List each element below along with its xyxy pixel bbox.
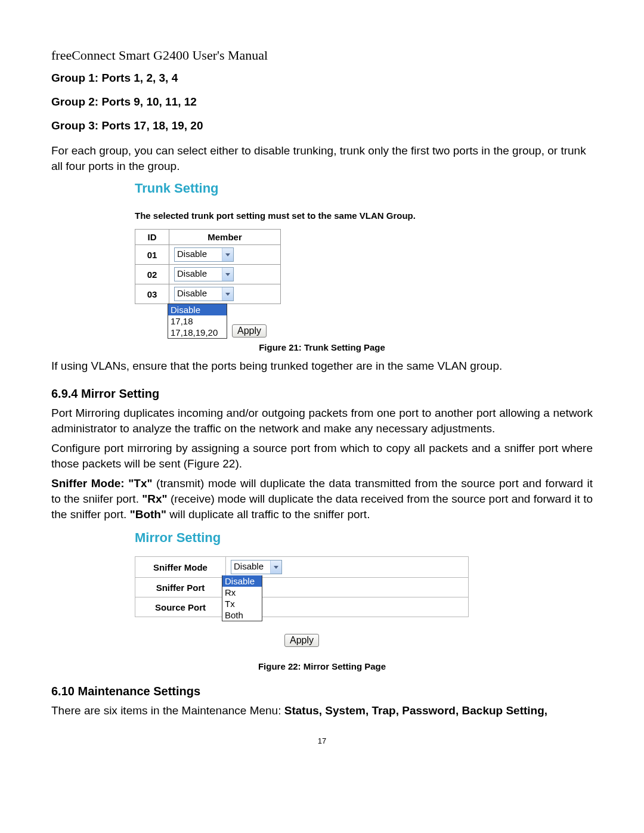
- select-value: Disable: [175, 287, 222, 301]
- vlan-note-paragraph: If using VLANs, ensure that the ports be…: [51, 358, 593, 374]
- group-2-line: Group 2: Ports 9, 10, 11, 12: [51, 95, 593, 109]
- sniffer-mode-label: Sniffer Mode: [135, 557, 226, 578]
- group-1-line: Group 1: Ports 1, 2, 3, 4: [51, 72, 593, 85]
- trunk-member-select-02[interactable]: Disable: [174, 267, 234, 281]
- mirror-setting-figure: Mirror Setting Sniffer Mode Disable Snif…: [135, 530, 593, 647]
- mirror-paragraph-2: Configure port mirroring by assigning a …: [51, 441, 593, 471]
- mirror-paragraph-1: Port Mirroring duplicates incoming and/o…: [51, 405, 593, 436]
- trunk-th-id: ID: [135, 230, 169, 245]
- select-option-both[interactable]: Both: [222, 609, 262, 621]
- maintenance-settings-heading: 6.10 Maintenance Settings: [51, 685, 593, 698]
- mirror-apply-button[interactable]: Apply: [284, 634, 319, 647]
- trunk-setting-note: The selected trunk port setting must set…: [135, 210, 593, 221]
- mirror-setting-title: Mirror Setting: [135, 530, 593, 546]
- text-span: There are six items in the Maintenance M…: [51, 704, 284, 717]
- trunk-intro-paragraph: For each group, you can select either to…: [51, 143, 593, 174]
- select-value: Disable: [231, 561, 270, 574]
- trunk-apply-button[interactable]: Apply: [232, 324, 267, 337]
- trunk-member-select-03[interactable]: Disable: [174, 287, 234, 301]
- sniffer-port-label: Sniffer Port: [135, 578, 226, 597]
- page-header: freeConnect Smart G2400 User's Manual: [51, 48, 593, 63]
- table-row: Source Port: [135, 597, 469, 617]
- trunk-row-id: 01: [135, 245, 169, 265]
- select-value: Disable: [175, 268, 222, 281]
- select-option-tx[interactable]: Tx: [222, 598, 262, 609]
- table-row: 01 Disable: [135, 245, 281, 265]
- maintenance-items-bold: Status, System, Trap, Password, Backup S…: [284, 704, 547, 717]
- trunk-setting-title: Trunk Setting: [135, 181, 593, 196]
- select-option-disable[interactable]: Disable: [168, 304, 227, 315]
- sniffer-mode-select[interactable]: Disable: [231, 560, 282, 574]
- chevron-down-icon: [222, 248, 233, 261]
- chevron-down-icon: [222, 268, 233, 281]
- chevron-down-icon: [270, 561, 281, 574]
- select-option-rx[interactable]: Rx: [222, 587, 262, 598]
- rx-label: "Rx": [142, 493, 167, 505]
- select-option-17-18[interactable]: 17,18: [168, 315, 227, 327]
- trunk-setting-figure: Trunk Setting The selected trunk port se…: [135, 181, 593, 339]
- sniffer-mode-select-options[interactable]: Disable Rx Tx Both: [222, 575, 262, 621]
- trunk-th-member: Member: [169, 230, 281, 245]
- trunk-table: ID Member 01 Disable 02 Disable: [135, 229, 281, 304]
- chevron-down-icon: [222, 287, 233, 301]
- text-span: will duplicate all traffic to the sniffe…: [166, 508, 370, 521]
- both-label: "Both": [130, 508, 166, 521]
- figure-22-caption: Figure 22: Mirror Setting Page: [51, 661, 593, 671]
- trunk-row-id: 02: [135, 265, 169, 284]
- maintenance-paragraph: There are six items in the Maintenance M…: [51, 703, 593, 719]
- page-number: 17: [51, 736, 593, 745]
- trunk-member-select-03-options[interactable]: Disable 17,18 17,18,19,20: [168, 304, 227, 339]
- trunk-member-select-01[interactable]: Disable: [174, 247, 234, 262]
- mirror-table: Sniffer Mode Disable Sniffer Port Source…: [135, 556, 469, 617]
- table-row: Sniffer Port: [135, 578, 469, 597]
- table-row: 03 Disable: [135, 284, 281, 304]
- trunk-row-id: 03: [135, 284, 169, 304]
- select-value: Disable: [175, 248, 222, 261]
- mirror-paragraph-3: Sniffer Mode: "Tx" (transmit) mode will …: [51, 476, 593, 522]
- sniffer-mode-tx-label: Sniffer Mode: "Tx": [51, 477, 152, 490]
- select-option-17-20[interactable]: 17,18,19,20: [168, 327, 227, 338]
- mirror-setting-heading: 6.9.4 Mirror Setting: [51, 387, 593, 401]
- source-port-label: Source Port: [135, 597, 226, 617]
- select-option-disable[interactable]: Disable: [222, 575, 262, 587]
- table-row: Sniffer Mode Disable: [135, 557, 469, 578]
- group-3-line: Group 3: Ports 17, 18, 19, 20: [51, 119, 593, 132]
- table-row: 02 Disable: [135, 265, 281, 284]
- figure-21-caption: Figure 21: Trunk Setting Page: [51, 342, 593, 352]
